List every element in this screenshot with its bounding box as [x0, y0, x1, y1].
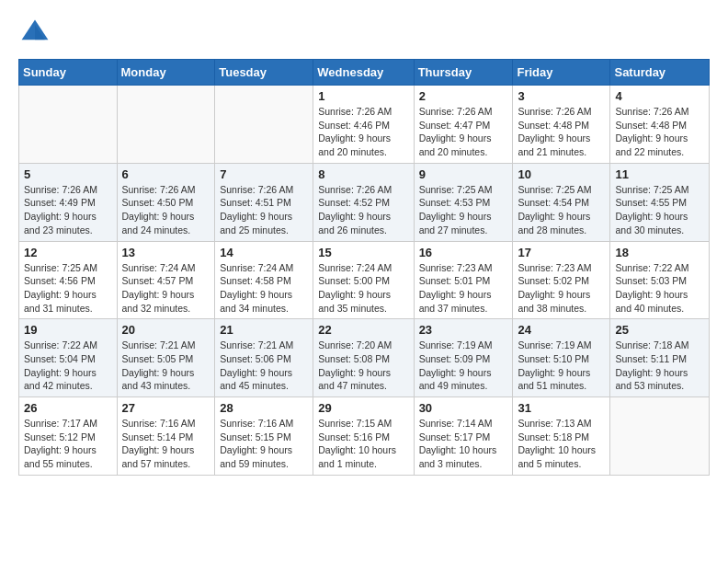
calendar-day-cell: 21Sunrise: 7:21 AMSunset: 5:06 PMDayligh…: [215, 319, 313, 397]
calendar-day-cell: [19, 86, 118, 164]
day-number: 11: [615, 167, 704, 181]
day-info: Sunrise: 7:26 AMSunset: 4:46 PMDaylight:…: [318, 105, 408, 159]
day-info: Sunrise: 7:19 AMSunset: 5:10 PMDaylight:…: [518, 339, 605, 393]
day-number: 15: [318, 246, 408, 259]
day-info: Sunrise: 7:16 AMSunset: 5:14 PMDaylight:…: [122, 417, 210, 471]
page: SundayMondayTuesdayWednesdayThursdayFrid…: [0, 0, 728, 485]
calendar-day-cell: 18Sunrise: 7:22 AMSunset: 5:03 PMDayligh…: [610, 241, 710, 319]
logo: [18, 17, 55, 50]
calendar-day-cell: 24Sunrise: 7:19 AMSunset: 5:10 PMDayligh…: [513, 319, 610, 397]
day-info: Sunrise: 7:14 AMSunset: 5:17 PMDaylight:…: [419, 417, 508, 471]
day-info: Sunrise: 7:24 AMSunset: 4:58 PMDaylight:…: [220, 261, 308, 316]
calendar-day-cell: 12Sunrise: 7:25 AMSunset: 4:56 PMDayligh…: [19, 241, 118, 319]
day-of-week-header: Wednesday: [313, 60, 414, 86]
calendar-table: SundayMondayTuesdayWednesdayThursdayFrid…: [18, 59, 710, 476]
day-number: 6: [122, 167, 210, 181]
day-info: Sunrise: 7:26 AMSunset: 4:51 PMDaylight:…: [220, 183, 308, 237]
day-info: Sunrise: 7:19 AMSunset: 5:09 PMDaylight:…: [419, 339, 508, 393]
calendar-day-cell: 23Sunrise: 7:19 AMSunset: 5:09 PMDayligh…: [414, 319, 513, 397]
day-number: 29: [318, 401, 408, 415]
day-number: 8: [318, 167, 408, 181]
calendar-day-cell: 13Sunrise: 7:24 AMSunset: 4:57 PMDayligh…: [117, 241, 215, 319]
day-number: 14: [220, 246, 308, 259]
day-number: 31: [518, 401, 605, 415]
day-info: Sunrise: 7:15 AMSunset: 5:16 PMDaylight:…: [318, 417, 408, 471]
day-number: 24: [518, 323, 605, 337]
day-number: 21: [220, 323, 308, 337]
day-number: 16: [419, 246, 508, 259]
calendar-day-cell: 20Sunrise: 7:21 AMSunset: 5:05 PMDayligh…: [117, 319, 215, 397]
day-number: 26: [24, 401, 112, 415]
calendar-day-cell: 27Sunrise: 7:16 AMSunset: 5:14 PMDayligh…: [117, 397, 215, 476]
calendar-day-cell: 8Sunrise: 7:26 AMSunset: 4:52 PMDaylight…: [313, 163, 414, 241]
day-number: 23: [419, 323, 508, 337]
calendar-day-cell: 25Sunrise: 7:18 AMSunset: 5:11 PMDayligh…: [610, 319, 710, 397]
calendar-week-row: 1Sunrise: 7:26 AMSunset: 4:46 PMDaylight…: [19, 86, 710, 164]
calendar-day-cell: 6Sunrise: 7:26 AMSunset: 4:50 PMDaylight…: [117, 163, 215, 241]
calendar-day-cell: 14Sunrise: 7:24 AMSunset: 4:58 PMDayligh…: [215, 241, 313, 319]
calendar-day-cell: 28Sunrise: 7:16 AMSunset: 5:15 PMDayligh…: [215, 397, 313, 476]
calendar-day-cell: 26Sunrise: 7:17 AMSunset: 5:12 PMDayligh…: [19, 397, 118, 476]
calendar-week-row: 5Sunrise: 7:26 AMSunset: 4:49 PMDaylight…: [19, 163, 710, 241]
day-number: 7: [220, 167, 308, 181]
calendar-day-cell: 7Sunrise: 7:26 AMSunset: 4:51 PMDaylight…: [215, 163, 313, 241]
calendar-day-cell: 19Sunrise: 7:22 AMSunset: 5:04 PMDayligh…: [19, 319, 118, 397]
day-number: 12: [24, 246, 112, 259]
calendar-day-cell: 17Sunrise: 7:23 AMSunset: 5:02 PMDayligh…: [513, 241, 610, 319]
day-of-week-header: Sunday: [19, 60, 118, 86]
day-info: Sunrise: 7:20 AMSunset: 5:08 PMDaylight:…: [318, 339, 408, 393]
calendar-day-cell: [215, 86, 313, 164]
calendar-week-row: 12Sunrise: 7:25 AMSunset: 4:56 PMDayligh…: [19, 241, 710, 319]
day-info: Sunrise: 7:18 AMSunset: 5:11 PMDaylight:…: [615, 339, 704, 393]
calendar-day-cell: 16Sunrise: 7:23 AMSunset: 5:01 PMDayligh…: [414, 241, 513, 319]
day-number: 27: [122, 401, 210, 415]
day-info: Sunrise: 7:25 AMSunset: 4:56 PMDaylight:…: [24, 261, 112, 316]
day-number: 3: [518, 89, 605, 103]
day-info: Sunrise: 7:23 AMSunset: 5:01 PMDaylight:…: [419, 261, 508, 316]
day-number: 5: [24, 167, 112, 181]
calendar-day-cell: 11Sunrise: 7:25 AMSunset: 4:55 PMDayligh…: [610, 163, 710, 241]
day-number: 17: [518, 246, 605, 259]
calendar-day-cell: 15Sunrise: 7:24 AMSunset: 5:00 PMDayligh…: [313, 241, 414, 319]
calendar-week-row: 26Sunrise: 7:17 AMSunset: 5:12 PMDayligh…: [19, 397, 710, 476]
day-info: Sunrise: 7:22 AMSunset: 5:04 PMDaylight:…: [24, 339, 112, 393]
day-info: Sunrise: 7:26 AMSunset: 4:48 PMDaylight:…: [615, 105, 704, 159]
day-number: 13: [122, 246, 210, 259]
day-info: Sunrise: 7:26 AMSunset: 4:52 PMDaylight:…: [318, 183, 408, 237]
day-number: 4: [615, 89, 704, 103]
day-info: Sunrise: 7:13 AMSunset: 5:18 PMDaylight:…: [518, 417, 605, 471]
day-of-week-header: Saturday: [610, 60, 710, 86]
day-number: 10: [518, 167, 605, 181]
calendar-day-cell: 3Sunrise: 7:26 AMSunset: 4:48 PMDaylight…: [513, 86, 610, 164]
day-of-week-header: Monday: [117, 60, 215, 86]
logo-icon: [18, 17, 51, 50]
calendar-header-row: SundayMondayTuesdayWednesdayThursdayFrid…: [19, 60, 710, 86]
day-number: 1: [318, 89, 408, 103]
day-info: Sunrise: 7:24 AMSunset: 4:57 PMDaylight:…: [122, 261, 210, 316]
header: [18, 17, 710, 50]
day-info: Sunrise: 7:26 AMSunset: 4:48 PMDaylight:…: [518, 105, 605, 159]
day-info: Sunrise: 7:16 AMSunset: 5:15 PMDaylight:…: [220, 417, 308, 471]
calendar-day-cell: 31Sunrise: 7:13 AMSunset: 5:18 PMDayligh…: [513, 397, 610, 476]
day-number: 20: [122, 323, 210, 337]
day-info: Sunrise: 7:25 AMSunset: 4:53 PMDaylight:…: [419, 183, 508, 237]
calendar-day-cell: 9Sunrise: 7:25 AMSunset: 4:53 PMDaylight…: [414, 163, 513, 241]
day-info: Sunrise: 7:17 AMSunset: 5:12 PMDaylight:…: [24, 417, 112, 471]
calendar-day-cell: [610, 397, 710, 476]
day-info: Sunrise: 7:26 AMSunset: 4:49 PMDaylight:…: [24, 183, 112, 237]
day-info: Sunrise: 7:21 AMSunset: 5:06 PMDaylight:…: [220, 339, 308, 393]
day-number: 30: [419, 401, 508, 415]
calendar-day-cell: 4Sunrise: 7:26 AMSunset: 4:48 PMDaylight…: [610, 86, 710, 164]
day-number: 22: [318, 323, 408, 337]
day-info: Sunrise: 7:26 AMSunset: 4:47 PMDaylight:…: [419, 105, 508, 159]
day-number: 18: [615, 246, 704, 259]
calendar-day-cell: [117, 86, 215, 164]
day-info: Sunrise: 7:25 AMSunset: 4:55 PMDaylight:…: [615, 183, 704, 237]
day-info: Sunrise: 7:25 AMSunset: 4:54 PMDaylight:…: [518, 183, 605, 237]
day-of-week-header: Friday: [513, 60, 610, 86]
day-info: Sunrise: 7:21 AMSunset: 5:05 PMDaylight:…: [122, 339, 210, 393]
calendar-day-cell: 22Sunrise: 7:20 AMSunset: 5:08 PMDayligh…: [313, 319, 414, 397]
day-of-week-header: Tuesday: [215, 60, 313, 86]
calendar-week-row: 19Sunrise: 7:22 AMSunset: 5:04 PMDayligh…: [19, 319, 710, 397]
day-number: 25: [615, 323, 704, 337]
